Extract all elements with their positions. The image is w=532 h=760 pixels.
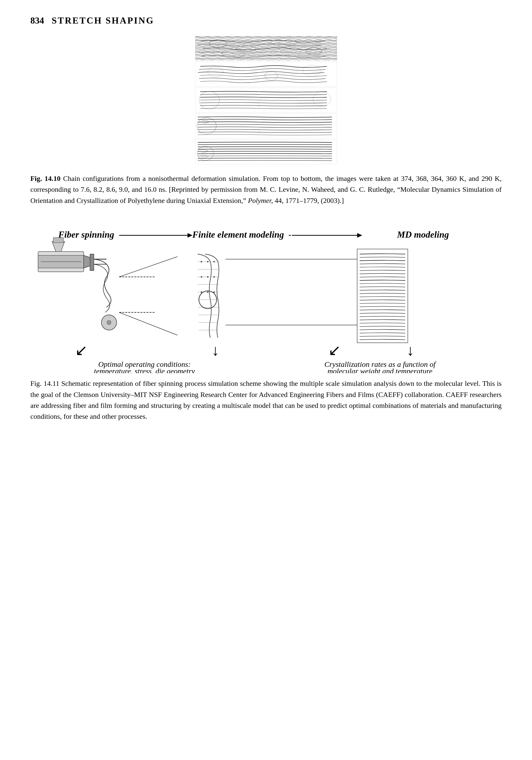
page-title: STRETCH SHAPING <box>52 15 154 26</box>
svg-point-51 <box>213 261 215 262</box>
svg-line-38 <box>119 312 178 335</box>
svg-point-50 <box>207 261 209 262</box>
svg-marker-22 <box>357 233 362 238</box>
svg-rect-28 <box>53 238 64 243</box>
svg-rect-32 <box>90 254 94 270</box>
fig-14-11-caption-text: Schematic representation of fiber spinni… <box>30 379 502 420</box>
figure-14-11-container: Fiber spinning Finite element modeling M… <box>30 226 502 422</box>
chain-image-3 <box>195 88 337 113</box>
svg-text:↙: ↙ <box>75 342 88 359</box>
md-modeling-label: MD modeling <box>397 229 449 240</box>
svg-point-56 <box>207 291 209 293</box>
chain-image-4 <box>195 114 337 138</box>
figure-14-10-container: Fig. 14.10 Chain configurations from a n… <box>30 36 502 218</box>
svg-marker-27 <box>52 241 65 252</box>
fiber-spinning-label: Fiber spinning <box>58 229 114 240</box>
fig-14-11-label: Fig. 14.11 <box>30 379 59 387</box>
svg-point-52 <box>201 276 202 278</box>
chain-image-2 <box>195 62 337 87</box>
fig-14-10-caption-italic: Polymer, <box>248 197 273 205</box>
svg-line-37 <box>119 257 178 277</box>
page-header: 834 STRETCH SHAPING <box>30 15 502 26</box>
svg-rect-8 <box>195 62 337 87</box>
svg-point-49 <box>201 261 202 262</box>
fig-14-11-caption: Fig. 14.11 Schematic representation of f… <box>30 378 502 422</box>
schematic-diagram: Fiber spinning Finite element modeling M… <box>30 226 502 373</box>
fig-14-10-caption: Fig. 14.10 Chain configurations from a n… <box>30 173 502 206</box>
fe-modeling-label: Finite element modeling <box>192 229 284 240</box>
fig-14-10-caption-end: 44, 1771–1779, (2003).] <box>273 197 344 205</box>
svg-marker-20 <box>188 233 193 238</box>
chain-images <box>195 36 337 164</box>
svg-point-54 <box>213 276 215 278</box>
svg-point-53 <box>207 276 209 278</box>
svg-text:↓: ↓ <box>212 342 219 359</box>
fig-14-10-label: Fig. 14.10 <box>30 174 61 182</box>
svg-text:molecular weight and temperatu: molecular weight and temperature <box>328 367 432 373</box>
svg-text:↙: ↙ <box>328 342 341 359</box>
svg-rect-61 <box>357 249 408 343</box>
svg-text:↓: ↓ <box>407 342 414 359</box>
svg-point-34 <box>107 320 111 324</box>
page-number: 834 <box>30 15 44 26</box>
chain-image-5 <box>195 139 337 164</box>
svg-text:temperature, stress, die geome: temperature, stress, die geometry <box>94 367 195 373</box>
chain-image-1 <box>195 36 337 61</box>
